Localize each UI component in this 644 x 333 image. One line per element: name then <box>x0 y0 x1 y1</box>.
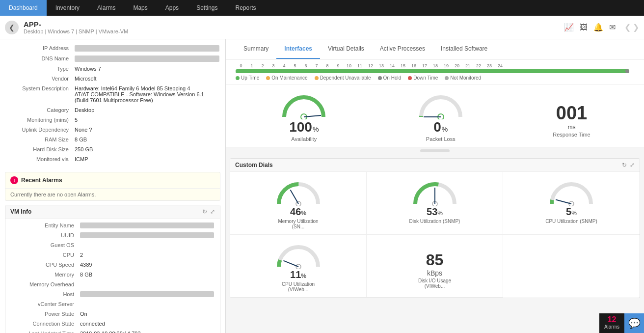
timeline-12: 12 <box>365 63 376 68</box>
tab-active-processes[interactable]: Active Processes <box>372 39 433 59</box>
vm-value-memory: 8 GB <box>80 272 214 278</box>
info-row-category: Category Desktop <box>0 105 225 115</box>
dial-disk-svg <box>410 177 459 206</box>
vm-row-lastupdated: Last Updated Time 2019-03-19 09:28:14.79… <box>5 329 220 333</box>
dial-cpu-viweb: 11 % CPU Utilization (VIWeb... <box>230 235 367 298</box>
custom-dials-section: Custom Dials ↻ ⤢ 46 <box>230 158 640 298</box>
nav-alarms[interactable]: Alarms <box>88 0 124 16</box>
vm-info-expand-icon[interactable]: ⤢ <box>210 208 215 215</box>
tab-virtual-details[interactable]: Virtual Details <box>320 39 372 59</box>
label-type: Type <box>6 66 75 72</box>
value-monitored: ICMP <box>75 156 219 162</box>
nav-settings[interactable]: Settings <box>188 0 226 16</box>
timeline-dot <box>625 69 629 73</box>
tab-installed-software[interactable]: Installed Software <box>433 39 495 59</box>
custom-dials-expand-icon[interactable]: ⤢ <box>630 162 635 168</box>
alarm-icon: ! <box>10 176 18 184</box>
gauge-responsetime-spacer: 001 <box>556 94 587 124</box>
back-button[interactable]: ❮ <box>5 21 19 34</box>
timeline-17: 17 <box>419 63 430 68</box>
nav-apps[interactable]: Apps <box>157 0 188 16</box>
timeline-3: 3 <box>268 63 279 68</box>
nav-reports[interactable]: Reports <box>226 0 265 16</box>
tab-summary[interactable]: Summary <box>236 39 276 59</box>
label-ip: IP Address <box>6 45 75 52</box>
mail-icon[interactable]: ✉ <box>609 23 616 32</box>
dial-diskio-unit: kBps <box>427 269 442 277</box>
bell-icon[interactable]: 🔔 <box>593 23 603 32</box>
dial-memory-value-wrapper: 46 % <box>290 206 306 218</box>
info-row-monitoring: Monitoring (mins) 5 <box>0 115 225 125</box>
timeline-10: 10 <box>344 63 354 68</box>
info-row-monitored: Monitored via ICMP <box>0 154 225 164</box>
dial-diskio-label: Disk I/O Usage (VIWeb... <box>408 278 462 289</box>
timeline-9: 9 <box>333 63 344 68</box>
dial-diskio-value-big-wrapper: 85 <box>426 240 444 269</box>
chat-button[interactable]: 💬 <box>624 313 644 333</box>
custom-dials-header: Custom Dials ↻ ⤢ <box>230 159 640 172</box>
dial-disk-value: 53 <box>427 206 437 218</box>
chart-icon[interactable]: 📈 <box>564 23 574 32</box>
label-uplink: Uplink Dependency <box>6 127 75 133</box>
timeline-19: 19 <box>441 63 452 68</box>
info-row-sysdesc: System Description Hardware: Intel64 Fam… <box>0 83 225 105</box>
nav-dashboard[interactable]: Dashboard <box>0 0 47 16</box>
timeline-14: 14 <box>387 63 398 68</box>
tab-interfaces[interactable]: Interfaces <box>276 39 320 59</box>
timeline-22: 22 <box>473 63 484 68</box>
gauge-packetloss-unit: % <box>442 125 448 133</box>
custom-dials-title: Custom Dials <box>235 162 273 168</box>
vm-row-uuid: UUID <box>5 230 220 240</box>
vm-info-refresh-icon[interactable]: ↻ <box>202 208 207 215</box>
nav-inventory[interactable]: Inventory <box>47 0 88 16</box>
vm-label-cpu: CPU <box>11 252 80 258</box>
dial-cpu-viweb-unit: % <box>301 273 306 279</box>
gauge-responsetime-value: 001 <box>556 103 587 124</box>
custom-dials-actions: ↻ ⤢ <box>622 162 635 168</box>
legend-dot-downtime <box>408 76 412 80</box>
dial-cpu-snmp-label: CPU Utilization (SNMP) <box>545 219 597 224</box>
info-row-dns: DNS Name <box>0 54 225 64</box>
dial-cpu-snmp: 5 % CPU Utilization (SNMP) <box>503 172 640 235</box>
legend-dot-notmonitored <box>445 76 449 80</box>
vm-row-entity: Entity Name <box>5 221 220 230</box>
timeline-24: 24 <box>495 63 506 68</box>
alarms-badge[interactable]: 12 Alarms <box>599 313 624 333</box>
vm-value-uuid <box>80 232 214 238</box>
legend-label-downtime: Down Time <box>413 75 438 81</box>
vm-value-connstate: connected <box>80 321 214 327</box>
gauges-row: 100 % Availability 0 % Packet Loss <box>226 85 644 147</box>
vm-label-entity: Entity Name <box>11 222 80 228</box>
main-layout: IP Address DNS Name Type Windows 7 Vendo… <box>0 39 644 333</box>
dial-cpu-viweb-value: 11 <box>290 269 301 280</box>
svg-line-5 <box>290 190 298 204</box>
bottom-status-bar: 12 Alarms 💬 <box>599 313 644 333</box>
vm-row-cpuspeed: CPU Speed 4389 <box>5 260 220 270</box>
gauge-availability-value-wrapper: 100 % <box>289 119 319 135</box>
alarms-badge-label: Alarms <box>604 324 619 330</box>
vm-label-uuid: UUID <box>11 232 80 238</box>
dial-disk-label: Disk Utilization (SNMP) <box>409 219 460 224</box>
legend-label-notmonitored: Not Monitored <box>450 75 481 81</box>
gauge-packetloss: 0 % Packet Loss <box>416 90 465 142</box>
dial-cpu-snmp-value: 5 <box>566 206 571 218</box>
custom-dials-refresh-icon[interactable]: ↻ <box>622 162 627 168</box>
chat-icon-symbol: 💬 <box>628 317 641 329</box>
vm-info-header: VM Info ↻ ⤢ <box>5 205 220 219</box>
vm-value-cpu: 2 <box>80 252 214 258</box>
dial-disk-util: 53 % Disk Utilization (SNMP) <box>367 172 503 235</box>
prev-arrow[interactable]: ❮ <box>624 23 631 32</box>
vm-value-powerstate: On <box>80 311 214 317</box>
next-arrow[interactable]: ❯ <box>633 23 639 32</box>
image-icon[interactable]: 🖼 <box>580 23 588 32</box>
value-ram: 8 GB <box>75 137 219 142</box>
value-sysdesc: Hardware: Intel64 Family 6 Model 85 Step… <box>75 85 219 103</box>
value-type: Windows 7 <box>75 66 219 72</box>
legend-label-dependent: Dependent Unavailable <box>320 75 371 81</box>
vm-row-vcenter: vCenter Server <box>5 299 220 309</box>
timeline-5: 5 <box>290 63 300 68</box>
vm-value-lastupdated: 2019-03-19 09:28:14.793 <box>80 331 214 333</box>
timeline-23: 23 <box>484 63 495 68</box>
timeline-1: 1 <box>246 63 257 68</box>
nav-maps[interactable]: Maps <box>124 0 156 16</box>
